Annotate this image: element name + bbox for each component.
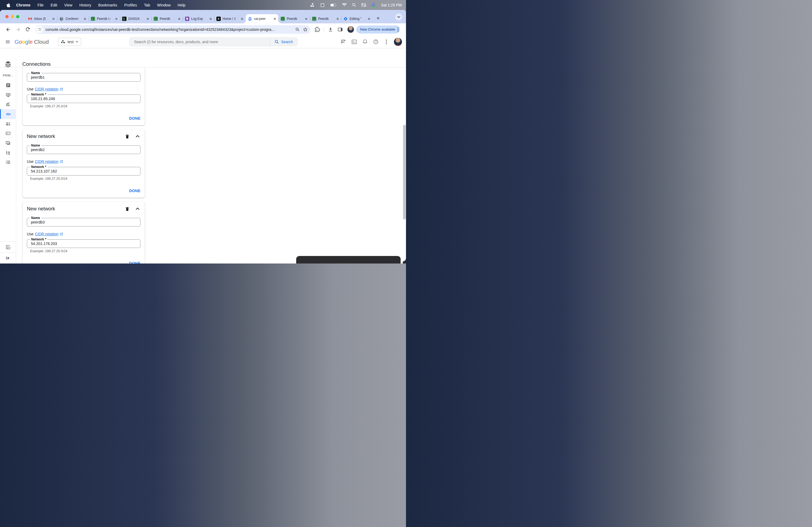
tab-close-icon[interactable]: ✕ — [305, 17, 308, 21]
tab-close-icon[interactable]: ✕ — [84, 17, 86, 21]
release-notes-button[interactable] — [0, 241, 16, 253]
delete-network-button[interactable] — [124, 206, 130, 212]
menu-profiles[interactable]: Profiles — [124, 3, 137, 7]
done-button[interactable]: DONE — [129, 189, 141, 194]
done-button[interactable]: DONE — [129, 116, 141, 122]
name-input[interactable] — [27, 73, 140, 81]
tab-peerdb-2[interactable]: Peerdb ✕ — [151, 14, 183, 23]
url-text[interactable]: console.cloud.google.com/sql/instances/s… — [45, 27, 292, 32]
tab-close-icon[interactable]: ✕ — [146, 17, 149, 21]
name-field-1[interactable]: Name — [27, 73, 141, 81]
project-selector-button[interactable]: test ▼ — [58, 38, 81, 46]
sidebar-item-users[interactable] — [0, 119, 16, 129]
sidebar-item-replicas[interactable] — [0, 148, 16, 157]
cloud-search-input[interactable] — [130, 40, 270, 44]
name-input[interactable] — [27, 146, 140, 154]
wifi-icon[interactable] — [342, 3, 347, 7]
zoom-window-button[interactable] — [16, 15, 19, 18]
back-button[interactable] — [4, 26, 12, 33]
delete-network-button[interactable] — [124, 133, 130, 139]
tab-close-icon[interactable]: ✕ — [367, 17, 371, 21]
cloud-search-button[interactable]: Search — [270, 38, 297, 46]
gemini-assist-icon[interactable] — [340, 39, 347, 45]
tab-editing[interactable]: Editing " ✕ — [341, 14, 373, 23]
help-icon[interactable] — [372, 39, 379, 45]
network-field-1[interactable]: Network * — [27, 94, 141, 103]
tab-close-icon[interactable]: ✕ — [336, 17, 339, 21]
tab-close-icon[interactable]: ✕ — [273, 17, 276, 21]
expand-nav-button[interactable] — [0, 253, 16, 264]
app-status-icon[interactable] — [320, 3, 325, 7]
browser-menu-icon[interactable] — [397, 27, 398, 32]
downloads-icon[interactable] — [328, 27, 333, 32]
tab-peerdb-3[interactable]: Peerdb ✕ — [278, 14, 310, 23]
tab-close-icon[interactable]: ✕ — [52, 17, 55, 21]
network-field-2[interactable]: Network * — [27, 167, 141, 176]
menu-history[interactable]: History — [79, 3, 91, 7]
notifications-bell-icon[interactable] — [361, 39, 368, 45]
omnibox[interactable]: console.cloud.google.com/sql/instances/s… — [35, 25, 310, 34]
tab-peerdb-4[interactable]: Peerdb ✕ — [310, 14, 341, 23]
name-field-3[interactable]: Name — [27, 218, 141, 226]
window-controls[interactable] — [5, 15, 19, 18]
sidebar-item-connections[interactable] — [0, 109, 16, 119]
zoom-out-icon[interactable] — [295, 27, 300, 32]
sidebar-item-operations[interactable] — [0, 157, 16, 167]
tab-close-icon[interactable]: ✕ — [241, 17, 244, 21]
tab-peerdb-1[interactable]: Peerdb U ✕ — [89, 14, 120, 23]
tab-x-home[interactable]: X Home / X ✕ — [214, 14, 246, 23]
tab-dais24[interactable]: DAIS DAIS24 ✕ — [120, 14, 151, 23]
menubar-clock[interactable]: Sat 1:25 PM — [381, 3, 402, 7]
tab-sai-peerdb-active[interactable]: sai-peer ✕ — [246, 14, 278, 23]
bookmark-star-icon[interactable] — [303, 27, 308, 32]
name-field-2[interactable]: Name — [27, 146, 141, 154]
menu-edit[interactable]: Edit — [50, 3, 57, 7]
account-avatar[interactable] — [394, 37, 402, 46]
tab-log-explorer[interactable]: Log Exp ✕ — [183, 14, 214, 23]
sidebar-item-databases[interactable] — [0, 129, 16, 138]
cidr-notation-link[interactable]: CIDR notation — [35, 160, 59, 164]
sidebar-item-overview[interactable] — [0, 80, 16, 90]
sidebar-item-system-insights[interactable] — [0, 90, 16, 100]
collapse-card-button[interactable] — [134, 206, 141, 212]
site-settings-icon[interactable] — [36, 26, 43, 33]
side-panel-icon[interactable] — [337, 27, 343, 32]
siri-icon[interactable] — [371, 3, 376, 7]
network-field-3[interactable]: Network * — [27, 239, 141, 248]
done-button[interactable]: DONE — [129, 261, 141, 264]
tab-close-icon[interactable]: ✕ — [178, 17, 181, 21]
tab-conference[interactable]: Conferen ✕ — [57, 14, 89, 23]
forward-button[interactable] — [14, 26, 22, 33]
cloud-search-bar[interactable]: Search — [129, 37, 298, 46]
tab-inbox[interactable]: Inbox (5 ✕ — [26, 14, 57, 23]
apple-logo-icon[interactable] — [6, 3, 10, 7]
page-scrollbar-thumb[interactable] — [403, 125, 406, 220]
minimize-window-button[interactable] — [11, 15, 14, 18]
nav-menu-icon[interactable] — [3, 37, 13, 47]
close-window-button[interactable] — [5, 15, 9, 18]
menu-file[interactable]: File — [38, 3, 44, 7]
chrome-update-button[interactable]: New Chrome available — [356, 26, 400, 33]
sidebar-item-backups[interactable] — [0, 138, 16, 148]
tab-search-chevron-button[interactable] — [395, 13, 402, 20]
menu-bookmarks[interactable]: Bookmarks — [98, 3, 117, 7]
cidr-notation-link[interactable]: CIDR notation — [35, 232, 59, 236]
browser-profile-avatar[interactable] — [347, 26, 354, 33]
reload-button[interactable] — [24, 26, 32, 33]
new-tab-button[interactable]: + — [374, 15, 382, 22]
sidebar-item-query-insights[interactable] — [0, 100, 16, 109]
control-center-icon[interactable] — [361, 3, 366, 7]
extensions-icon[interactable] — [315, 27, 320, 32]
tab-close-icon[interactable]: ✕ — [115, 17, 118, 21]
menu-view[interactable]: View — [64, 3, 73, 7]
menu-chrome[interactable]: Chrome — [16, 3, 31, 7]
spotlight-search-icon[interactable] — [352, 3, 356, 7]
google-cloud-logo[interactable]: GoogleCloud — [14, 39, 49, 45]
cloud-shell-icon[interactable] — [351, 39, 358, 45]
more-options-icon[interactable] — [383, 39, 390, 45]
collapse-card-button[interactable] — [134, 133, 141, 139]
tab-close-icon[interactable]: ✕ — [209, 17, 212, 21]
name-input[interactable] — [27, 218, 140, 226]
cidr-notation-link[interactable]: CIDR notation — [35, 87, 59, 91]
menu-tab[interactable]: Tab — [144, 3, 150, 7]
